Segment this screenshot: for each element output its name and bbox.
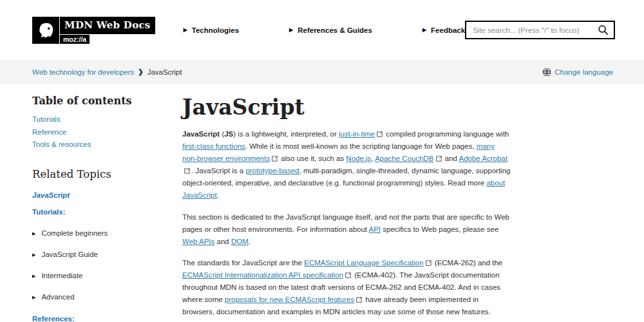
external-link-icon [377, 131, 383, 137]
external-link-icon [272, 156, 278, 162]
bold-text: JS [224, 130, 233, 138]
inline-link[interactable]: just-in-time [339, 130, 375, 138]
inline-link[interactable]: prototype-based [245, 167, 299, 175]
inline-link[interactable]: DOM [231, 238, 249, 245]
paragraph-text: . [217, 191, 219, 199]
nav-item-references-guides[interactable]: ▶ References & Guides [289, 26, 372, 34]
mdn-page: MDN Web Docs moz://a ▶ Technologies ▶ Re… [0, 0, 644, 322]
inline-link[interactable]: Node.js [346, 155, 371, 162]
breadcrumb-separator-icon: ❯ [138, 68, 143, 75]
inline-link[interactable]: Adobe Acrobat [459, 155, 507, 162]
nav-item-feedback[interactable]: ▶ Feedback [422, 26, 465, 34]
inline-link[interactable]: Apache CouchDB [375, 155, 433, 162]
primary-nav: ▶ Technologies ▶ References & Guides ▶ F… [184, 26, 466, 34]
sidebar-item-label: Advanced [41, 293, 74, 301]
paragraph-text: also use it, such as [279, 155, 346, 162]
sidebar-item-javascript[interactable]: JavaScript [32, 191, 182, 199]
caret-right-icon: ▶ [289, 28, 293, 33]
logo-text-block: MDN Web Docs moz://a [60, 17, 155, 44]
sidebar: Table of contents Tutorials Reference To… [32, 95, 182, 322]
sidebar-item-label: JavaScript Guide [41, 251, 98, 258]
globe-icon [542, 68, 551, 77]
paragraph-text: ) is a lightweight, interpreted, or [233, 130, 339, 138]
paragraph-text: and [214, 238, 231, 245]
caret-right-icon: ▶ [422, 28, 426, 33]
change-language[interactable]: Change language [542, 68, 613, 77]
article: JavaScript JavaScript (JS) is a lightwei… [182, 95, 511, 322]
section-scope-paragraph: This section is dedicated to the JavaScr… [182, 211, 511, 248]
inline-link[interactable]: ECMAScript Language Specification [304, 259, 423, 267]
nav-item-label: References & Guides [298, 26, 372, 34]
search-input[interactable] [473, 26, 598, 34]
logo-title: MDN Web Docs [60, 17, 155, 34]
intro-paragraph: JavaScript (JS) is a lightweight, interp… [182, 128, 511, 202]
external-link-icon [184, 168, 190, 174]
breadcrumb: Web technology for developers ❯ JavaScri… [32, 68, 182, 76]
sidebar-group-references[interactable]: References: [32, 315, 182, 322]
paragraph-text: . JavaScript is a [191, 167, 245, 175]
sidebar-item-javascript-guide[interactable]: ▶ JavaScript Guide [32, 251, 182, 258]
inline-link[interactable]: Web APIs [182, 238, 214, 245]
sidebar-item-tutorials[interactable]: Tutorials [32, 115, 182, 123]
caret-right-icon: ▶ [32, 252, 35, 257]
external-link-icon [356, 297, 362, 303]
site-header: MDN Web Docs moz://a ▶ Technologies ▶ Re… [0, 0, 644, 60]
site-search [465, 21, 615, 39]
inline-link[interactable]: ECMAScript Internationalization API spec… [182, 271, 343, 279]
sidebar-group-tutorials[interactable]: Tutorials: [32, 208, 182, 216]
external-link-icon [436, 156, 442, 162]
standards-paragraph: The standards for JavaScript are the ECM… [182, 257, 511, 318]
page-title: JavaScript [182, 95, 511, 120]
sidebar-item-advanced[interactable]: ▶ Advanced [32, 293, 182, 301]
paragraph-text: The standards for JavaScript are the [182, 259, 304, 267]
change-language-link[interactable]: Change language [554, 68, 613, 76]
caret-right-icon: ▶ [184, 28, 187, 33]
inline-link[interactable]: proposals for new ECMAScript features [225, 296, 354, 303]
logo-mozilla-wordmark: moz://a [60, 35, 90, 44]
paragraph-text: . While it is most well-known as the scr… [245, 142, 477, 150]
inline-link[interactable]: API [369, 225, 381, 233]
nav-item-label: Technologies [192, 26, 239, 34]
sidebar-item-label: Intermediate [41, 272, 82, 279]
paragraph-text: and [443, 155, 459, 162]
mdn-dino-icon [32, 17, 59, 44]
paragraph-text: (ECMA-262) and the [433, 259, 503, 267]
breadcrumb-current: JavaScript [147, 68, 182, 76]
paragraph-text: specifics to Web pages, please see [381, 225, 498, 233]
caret-right-icon: ▶ [32, 274, 35, 278]
toc-heading: Table of contents [32, 95, 182, 107]
sidebar-item-label: Complete beginners [41, 229, 108, 237]
sidebar-item-complete-beginners[interactable]: ▶ Complete beginners [32, 229, 182, 237]
sidebar-item-reference[interactable]: Reference [32, 128, 182, 136]
external-link-icon [426, 260, 431, 266]
breadcrumb-bar: Web technology for developers ❯ JavaScri… [0, 60, 644, 84]
mdn-logo[interactable]: MDN Web Docs moz://a [32, 17, 155, 44]
search-icon[interactable] [598, 24, 609, 35]
nav-item-label: Feedback [431, 26, 465, 34]
caret-right-icon: ▶ [32, 295, 35, 299]
main-content: Table of contents Tutorials Reference To… [0, 84, 644, 322]
breadcrumb-parent-link[interactable]: Web technology for developers [32, 68, 134, 76]
nav-item-technologies[interactable]: ▶ Technologies [184, 26, 239, 34]
related-topics-heading: Related Topics [32, 168, 182, 180]
sidebar-item-intermediate[interactable]: ▶ Intermediate [32, 272, 182, 279]
paragraph-text: compiled programming language with [384, 130, 509, 138]
inline-link[interactable]: first-class functions [182, 142, 245, 150]
caret-right-icon: ▶ [32, 231, 35, 236]
sidebar-item-tools-resources[interactable]: Tools & resources [32, 140, 182, 148]
paragraph-text: . [249, 238, 251, 245]
external-link-icon [345, 272, 351, 278]
bold-text: JavaScript [182, 130, 220, 138]
